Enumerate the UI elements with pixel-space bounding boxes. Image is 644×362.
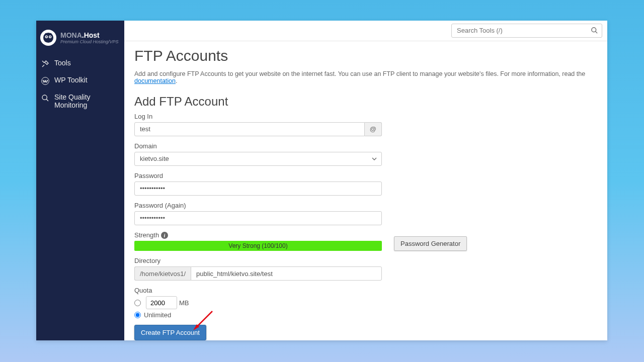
brand-logo-icon xyxy=(40,30,56,46)
strength-label: Strength i xyxy=(134,231,382,239)
quota-unlimited-radio[interactable] xyxy=(134,312,141,318)
brand-tagline: Premium Cloud Hosting/VPS xyxy=(60,39,119,44)
page-title: FTP Accounts xyxy=(134,47,597,64)
info-icon[interactable]: i xyxy=(161,232,168,239)
app-window: MONA.Host Premium Cloud Hosting/VPS Tool… xyxy=(36,21,607,340)
main-panel: FTP Accounts Add and configure FTP Accou… xyxy=(124,21,607,340)
wordpress-icon xyxy=(41,77,49,85)
svg-point-3 xyxy=(46,36,47,37)
password-label: Password xyxy=(134,172,597,179)
search-input[interactable] xyxy=(451,24,602,38)
content: FTP Accounts Add and configure FTP Accou… xyxy=(124,41,607,340)
brand: MONA.Host Premium Cloud Hosting/VPS xyxy=(36,30,124,55)
directory-label: Directory xyxy=(134,257,597,264)
search-wrap xyxy=(451,24,602,38)
sidebar-item-label: WP Toolkit xyxy=(54,76,88,84)
login-input[interactable] xyxy=(134,122,365,136)
directory-prefix: /home/kietvos1/ xyxy=(134,266,191,281)
sidebar-item-label: Tools xyxy=(54,59,71,67)
password-again-input[interactable] xyxy=(134,211,382,225)
tools-icon xyxy=(41,60,49,68)
password-again-label: Password (Again) xyxy=(134,202,597,209)
sidebar-item-tools[interactable]: Tools xyxy=(36,55,124,72)
svg-point-0 xyxy=(43,33,53,43)
magnifier-icon xyxy=(41,94,49,102)
quota-limited-radio[interactable] xyxy=(134,300,141,306)
form-heading: Add FTP Account xyxy=(134,95,597,109)
svg-point-5 xyxy=(45,33,47,35)
quota-value-input[interactable] xyxy=(146,296,177,309)
svg-point-9 xyxy=(592,28,596,32)
quota-unlimited-label: Unlimited xyxy=(144,311,171,319)
domain-select[interactable]: kietvo.site xyxy=(134,152,382,166)
svg-point-6 xyxy=(50,33,52,35)
topbar xyxy=(124,21,607,41)
password-input[interactable] xyxy=(134,182,382,196)
login-label: Log In xyxy=(134,113,597,120)
page-description: Add and configure FTP Accounts to get yo… xyxy=(134,70,597,84)
sidebar-item-label: Site Quality Monitoring xyxy=(54,93,119,109)
sidebar-item-wp-toolkit[interactable]: WP Toolkit xyxy=(36,72,124,89)
svg-point-8 xyxy=(42,95,47,100)
sidebar: MONA.Host Premium Cloud Hosting/VPS Tool… xyxy=(36,21,124,340)
at-addon: @ xyxy=(365,122,382,136)
sidebar-item-site-quality[interactable]: Site Quality Monitoring xyxy=(36,89,124,113)
domain-label: Domain xyxy=(134,142,597,150)
strength-bar: Very Strong (100/100) xyxy=(134,241,382,251)
documentation-link[interactable]: documentation xyxy=(134,77,176,84)
brand-name: MONA.Host xyxy=(60,31,119,39)
quota-label: Quota xyxy=(134,287,597,294)
directory-input[interactable] xyxy=(191,266,382,281)
quota-unit: MB xyxy=(179,299,189,307)
search-icon[interactable] xyxy=(591,27,598,34)
create-ftp-account-button[interactable]: Create FTP Account xyxy=(134,325,206,340)
password-generator-button[interactable]: Password Generator xyxy=(394,236,467,251)
svg-point-4 xyxy=(49,36,50,37)
